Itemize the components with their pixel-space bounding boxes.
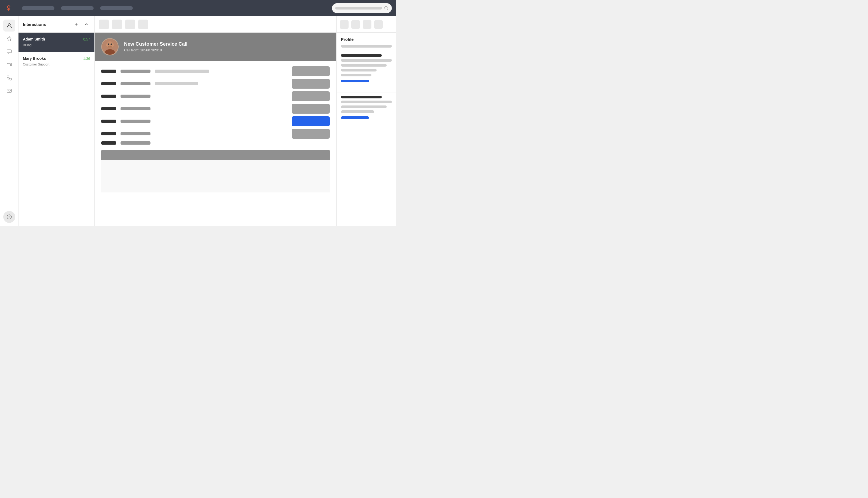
search-bar[interactable] — [332, 3, 392, 13]
sidebar-item-chat[interactable] — [3, 46, 15, 57]
sidebar-item-video[interactable] — [3, 59, 15, 71]
profile-link-2[interactable] — [341, 116, 369, 119]
content-area — [95, 61, 336, 226]
nav-item-2[interactable] — [61, 6, 93, 10]
content-row — [101, 129, 330, 139]
svg-text:?: ? — [9, 215, 10, 219]
interaction-item-header: Mary Brooks 1:36 — [23, 56, 90, 61]
right-toolbar-btn-1[interactable] — [340, 20, 348, 29]
svg-rect-6 — [7, 50, 11, 53]
collapse-interactions-button[interactable] — [82, 21, 90, 28]
action-button-1[interactable] — [292, 66, 330, 76]
toolbar-btn-3[interactable] — [125, 19, 135, 29]
profile-detail-bar — [341, 69, 376, 71]
action-button-3[interactable] — [292, 91, 330, 101]
right-panel: Profile — [336, 16, 396, 226]
row-mid-col — [120, 120, 151, 123]
svg-point-13 — [106, 44, 107, 46]
right-toolbar-btn-4[interactable] — [374, 20, 383, 29]
row-dark-col — [101, 132, 116, 135]
action-button-5[interactable] — [292, 129, 330, 139]
right-toolbar-btn-3[interactable] — [363, 20, 371, 29]
interaction-name: Adam Smith — [23, 37, 45, 41]
interaction-name: Mary Brooks — [23, 56, 46, 61]
toolbar-btn-4[interactable] — [138, 19, 148, 29]
row-dark-col — [101, 82, 116, 86]
row-mid-col — [120, 141, 151, 145]
main-layout: ? Interactions + Adam Smith 0:57 Billing — [0, 16, 396, 226]
interaction-label: Customer Support — [23, 63, 49, 66]
sidebar-item-help[interactable]: ? — [3, 211, 15, 223]
row-dark-col — [101, 141, 116, 145]
sidebar-item-profile[interactable] — [3, 19, 15, 31]
profile-details-section-1 — [336, 54, 396, 89]
row-dark-col — [101, 107, 116, 110]
interaction-time: 1:36 — [83, 56, 90, 61]
toolbar-btn-2[interactable] — [112, 19, 122, 29]
bottom-gray-bar — [101, 150, 330, 160]
svg-rect-8 — [7, 89, 11, 92]
row-dark-col — [101, 120, 116, 123]
profile-detail-bar — [341, 74, 371, 76]
action-button-2[interactable] — [292, 79, 330, 89]
action-button-4[interactable] — [292, 104, 330, 114]
bottom-white-area — [101, 160, 330, 193]
interactions-panel: Interactions + Adam Smith 0:57 Billing M… — [18, 16, 95, 226]
svg-line-4 — [387, 9, 388, 10]
sidebar-item-phone[interactable] — [3, 72, 15, 84]
toolbar-btn-1[interactable] — [99, 19, 109, 29]
profile-detail-bar — [341, 64, 387, 67]
profile-link-1[interactable] — [341, 80, 369, 82]
interaction-time: 0:57 — [83, 37, 90, 41]
svg-point-14 — [112, 44, 114, 46]
right-toolbar-btn-2[interactable] — [351, 20, 360, 29]
call-title: New Customer Service Call — [124, 41, 330, 47]
main-content: New Customer Service Call Call from: 185… — [95, 16, 336, 226]
sidebar-item-mail[interactable] — [3, 85, 15, 97]
interaction-item-header: Adam Smith 0:57 — [23, 37, 90, 41]
content-row — [101, 141, 330, 145]
sidebar-item-favorites[interactable] — [3, 32, 15, 44]
profile-detail-bar — [341, 105, 387, 108]
row-mid-col — [120, 82, 151, 86]
caller-avatar — [101, 38, 119, 55]
svg-point-18 — [107, 46, 112, 48]
profile-detail-bar — [341, 54, 382, 57]
row-light-col — [155, 82, 199, 86]
nav-item-3[interactable] — [100, 6, 133, 10]
profile-section: Profile — [336, 32, 396, 54]
action-button-blue[interactable] — [292, 116, 330, 126]
svg-point-17 — [111, 43, 112, 45]
profile-detail-bar — [341, 110, 374, 113]
row-mid-col — [120, 107, 151, 110]
row-dark-col — [101, 95, 116, 98]
add-interaction-button[interactable]: + — [73, 21, 80, 28]
interaction-label: Billing — [23, 43, 31, 47]
profile-divider — [336, 92, 396, 92]
profile-detail-bar — [341, 96, 382, 99]
row-light-col — [155, 69, 209, 73]
svg-point-16 — [108, 43, 110, 45]
search-icon — [384, 6, 388, 10]
call-info: New Customer Service Call Call from: 185… — [124, 41, 330, 52]
content-row — [101, 104, 330, 114]
interaction-item-mary-brooks[interactable]: Mary Brooks 1:36 Customer Support — [18, 52, 94, 71]
content-row — [101, 66, 330, 76]
interaction-item-adam-smith[interactable]: Adam Smith 0:57 Billing — [18, 32, 94, 52]
main-toolbar — [95, 16, 336, 32]
svg-point-3 — [385, 6, 387, 9]
sidebar: ? — [0, 16, 18, 226]
profile-detail-bar — [341, 59, 392, 62]
row-mid-col — [120, 69, 151, 73]
profile-detail-bar — [341, 101, 392, 103]
content-row — [101, 116, 330, 126]
nav-item-1[interactable] — [22, 6, 54, 10]
row-mid-col — [120, 132, 151, 135]
interactions-title: Interactions — [23, 22, 71, 27]
app-logo[interactable] — [4, 4, 13, 13]
top-navigation — [0, 0, 396, 16]
svg-rect-7 — [7, 63, 10, 66]
content-row — [101, 91, 330, 101]
right-panel-toolbar — [336, 16, 396, 32]
search-input-placeholder — [335, 7, 382, 10]
